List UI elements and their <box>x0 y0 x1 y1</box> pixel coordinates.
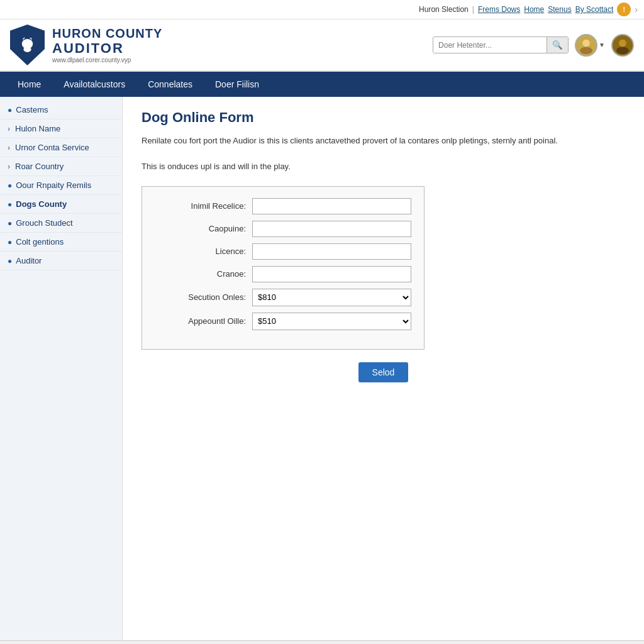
nav-connelates[interactable]: Connelates <box>136 72 204 97</box>
sidebar: ● Castems › Hulon Name › Urnor Conta Ser… <box>0 97 123 640</box>
nav-bar: Home Availotalcustors Connelates Doer Fi… <box>0 72 644 97</box>
sidebar-item-oour-rnpaity[interactable]: ● Oour Rnpaity Remils <box>0 176 122 195</box>
sidebar-label-castems: Castems <box>16 105 48 114</box>
label-caopuine: Caopuine: <box>155 224 252 233</box>
nav-home[interactable]: Home <box>6 72 52 97</box>
content-area: ● Castems › Hulon Name › Urnor Conta Ser… <box>0 97 644 640</box>
avatar-icon-2 <box>613 36 632 55</box>
stenus-link[interactable]: Stenus <box>548 5 571 14</box>
org-line2: AUDITOR <box>52 40 162 57</box>
label-appeountl: Appeountl Oille: <box>155 316 252 326</box>
chevron-right-icon: › <box>635 4 638 14</box>
main-content: Dog Online Form Renilate cou fort port t… <box>123 97 644 640</box>
dot-icon-colt: ● <box>8 238 12 247</box>
form-row-secution: Secution Onles: $810 $510 $310 <box>155 289 411 306</box>
svg-point-6 <box>580 47 592 54</box>
sidebar-item-grouch-studect[interactable]: ● Grouch Studect <box>0 214 122 233</box>
arrow-icon-urnor: › <box>8 143 10 152</box>
dot-icon-oour: ● <box>8 181 12 190</box>
nav-availotalcustors[interactable]: Availotalcustors <box>52 72 136 97</box>
logo-shield <box>10 25 45 65</box>
input-caopuine[interactable] <box>252 221 411 237</box>
search-input[interactable] <box>433 38 547 53</box>
svg-point-8 <box>619 39 626 47</box>
sidebar-label-oour: Oour Rnpaity Remils <box>16 180 91 190</box>
description-line2: This is onduces upl is and will in the p… <box>142 160 569 174</box>
logo-area: HURON COUNTY AUDITOR www.dlpael.corer.co… <box>10 25 162 65</box>
sidebar-label-auditor: Auditor <box>16 256 42 265</box>
scottact-link[interactable]: By Scottact <box>575 5 614 14</box>
dot-icon-castems: ● <box>8 106 12 114</box>
label-licence: Licence: <box>155 247 252 256</box>
form-row-caopuine: Caopuine: <box>155 221 411 237</box>
input-licence[interactable] <box>252 243 411 260</box>
home-link[interactable]: Home <box>524 5 544 14</box>
select-secution[interactable]: $810 $510 $310 <box>252 289 411 306</box>
sidebar-label-urnor: Urnor Conta Service <box>15 143 89 152</box>
separator: | <box>472 5 474 14</box>
search-box[interactable]: 🔍 <box>433 36 569 53</box>
header-right: 🔍 ▼ <box>433 34 634 57</box>
svg-point-3 <box>23 47 31 52</box>
sidebar-item-hulon-name[interactable]: › Hulon Name <box>0 119 122 138</box>
website-url: www.dlpael.corer.county.vyp <box>52 57 162 64</box>
frems-dows-link[interactable]: Frems Dows <box>478 5 520 14</box>
sidebar-label-colt: Colt gentions <box>16 237 64 247</box>
sidebar-item-auditor[interactable]: ● Auditor <box>0 252 122 270</box>
input-cranoe[interactable] <box>252 266 411 282</box>
notification-badge[interactable]: ! <box>617 3 631 16</box>
sidebar-item-colt-gentions[interactable]: ● Colt gentions <box>0 233 122 252</box>
avatar-dropdown[interactable]: ▼ <box>575 34 605 57</box>
sidebar-label-roar: Roar Country <box>15 162 64 171</box>
form-row-licence: Licence: <box>155 243 411 260</box>
avatar-1[interactable] <box>575 34 597 57</box>
dog-form-container: Inimil Recelice: Caopuine: Licence: Cran… <box>142 186 425 350</box>
dot-icon-auditor: ● <box>8 257 12 265</box>
svg-point-1 <box>23 40 26 43</box>
form-row-inimil: Inimil Recelice: <box>155 198 411 214</box>
logo-text: HURON COUNTY AUDITOR www.dlpael.corer.co… <box>52 26 162 64</box>
header: HURON COUNTY AUDITOR www.dlpael.corer.co… <box>0 19 644 72</box>
sidebar-label-grouch: Grouch Studect <box>16 218 72 228</box>
sidebar-item-urnor-conta[interactable]: › Urnor Conta Service <box>0 138 122 157</box>
description-line1: Renilate cou fort port the Audior is thi… <box>142 135 569 148</box>
form-row-appeountl: Appeountl Oille: $510 $810 $310 <box>155 313 411 330</box>
arrow-icon-roar: › <box>8 162 10 171</box>
svg-point-2 <box>28 40 31 43</box>
footer: 201 Vonicaal 2031 <box>0 640 644 644</box>
label-cranoe: Cranoe: <box>155 269 252 279</box>
search-button[interactable]: 🔍 <box>547 37 568 53</box>
brand-label: Huron Slection <box>419 5 469 14</box>
dot-icon-dogs: ● <box>8 200 12 209</box>
sidebar-item-castems[interactable]: ● Castems <box>0 101 122 119</box>
label-inimil: Inimil Recelice: <box>155 201 252 211</box>
sidebar-item-dogs-county[interactable]: ● Dogs County <box>0 195 122 214</box>
form-row-cranoe: Cranoe: <box>155 266 411 282</box>
label-secution: Secution Onles: <box>155 292 252 302</box>
avatar-2[interactable] <box>611 34 634 57</box>
sidebar-label-dogs: Dogs County <box>16 199 67 209</box>
nav-doer-fiilisn[interactable]: Doer Fiilisn <box>204 72 270 97</box>
top-bar: Huron Slection | Frems Dows Home Stenus … <box>0 0 644 19</box>
svg-point-5 <box>582 39 590 47</box>
sidebar-item-roar-country[interactable]: › Roar Country <box>0 157 122 176</box>
svg-point-9 <box>616 47 629 54</box>
shield-dog-icon <box>16 34 38 56</box>
select-appeountl[interactable]: $510 $810 $310 <box>252 313 411 330</box>
arrow-icon-hulon: › <box>8 125 10 133</box>
sidebar-label-hulon: Hulon Name <box>15 124 60 133</box>
dot-icon-grouch: ● <box>8 219 12 228</box>
input-inimil[interactable] <box>252 198 411 214</box>
org-line1: HURON COUNTY <box>52 26 162 40</box>
dropdown-arrow[interactable]: ▼ <box>599 42 605 48</box>
submit-button[interactable]: Selod <box>358 362 409 382</box>
avatar-icon-1 <box>577 36 596 55</box>
page-title: Dog Online Form <box>142 109 625 126</box>
